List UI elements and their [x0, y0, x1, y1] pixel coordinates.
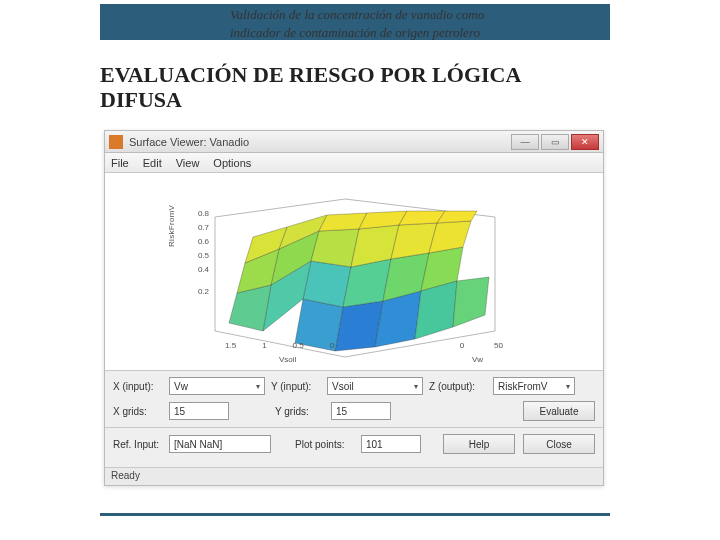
- x-axis-ticks: 1.5 1 0.5 0: [225, 341, 334, 350]
- minimize-button[interactable]: —: [511, 134, 539, 150]
- z-axis-ticks: 0.8 0.7 0.6 0.5 0.4 0.2: [189, 207, 209, 299]
- menu-options[interactable]: Options: [213, 157, 251, 169]
- footer-accent-line: [100, 513, 610, 516]
- x-grids-input[interactable]: 15: [169, 402, 229, 420]
- chevron-down-icon: ▾: [414, 382, 418, 391]
- page-title: EVALUACIÓN DE RIESGO POR LÓGICA DIFUSA: [100, 62, 570, 113]
- y-axis-label: Vw: [472, 355, 483, 364]
- y-grids-label: Y grids:: [275, 406, 327, 417]
- close-button[interactable]: Close: [523, 434, 595, 454]
- z-tick: 0.8: [189, 207, 209, 221]
- chevron-down-icon: ▾: [256, 382, 260, 391]
- header-line-2: indicador de contaminación de origen pet…: [230, 25, 480, 40]
- surface-plot[interactable]: 0.8 0.7 0.6 0.5 0.4 0.2 RiskFromV 1.5 1 …: [105, 173, 603, 371]
- x-grids-value: 15: [174, 406, 185, 417]
- evaluate-button[interactable]: Evaluate: [523, 401, 595, 421]
- close-window-button[interactable]: ✕: [571, 134, 599, 150]
- plot-points-value: 101: [366, 439, 383, 450]
- plot-points-label: Plot points:: [295, 439, 357, 450]
- maximize-button[interactable]: ▭: [541, 134, 569, 150]
- ref-input-field[interactable]: [NaN NaN]: [169, 435, 271, 453]
- surface-viewer-window: Surface Viewer: Vanadio — ▭ ✕ File Edit …: [104, 130, 604, 486]
- y-tick: 50: [494, 341, 503, 350]
- y-grids-value: 15: [336, 406, 347, 417]
- z-tick: 0.7: [189, 221, 209, 235]
- chevron-down-icon: ▾: [566, 382, 570, 391]
- z-output-select[interactable]: RiskFromV▾: [493, 377, 575, 395]
- menu-bar: File Edit View Options: [105, 153, 603, 173]
- evaluate-button-label: Evaluate: [540, 406, 579, 417]
- x-input-value: Vw: [174, 381, 188, 392]
- svg-marker-9: [303, 261, 351, 307]
- menu-edit[interactable]: Edit: [143, 157, 162, 169]
- z-output-label: Z (output):: [429, 381, 489, 392]
- x-tick: 1: [262, 341, 266, 350]
- x-grids-label: X grids:: [113, 406, 165, 417]
- window-title: Surface Viewer: Vanadio: [129, 136, 249, 148]
- ref-input-label: Ref. Input:: [113, 439, 165, 450]
- z-tick: 0.6: [189, 235, 209, 249]
- help-button-label: Help: [469, 439, 490, 450]
- menu-view[interactable]: View: [176, 157, 200, 169]
- x-axis-label: Vsoil: [279, 355, 296, 364]
- status-bar: Ready: [105, 467, 603, 485]
- y-input-value: Vsoil: [332, 381, 354, 392]
- x-tick: 0.5: [293, 341, 304, 350]
- z-tick: 0.2: [189, 285, 209, 299]
- window-titlebar[interactable]: Surface Viewer: Vanadio — ▭ ✕: [105, 131, 603, 153]
- matlab-icon: [109, 135, 123, 149]
- plot-points-input[interactable]: 101: [361, 435, 421, 453]
- x-input-label: X (input):: [113, 381, 165, 392]
- menu-file[interactable]: File: [111, 157, 129, 169]
- z-tick: 0.4: [189, 263, 209, 277]
- z-tick: 0.5: [189, 249, 209, 263]
- svg-marker-25: [453, 277, 489, 327]
- x-tick: 0: [330, 341, 334, 350]
- z-output-value: RiskFromV: [498, 381, 547, 392]
- svg-line-3: [215, 199, 345, 217]
- status-text: Ready: [111, 470, 140, 481]
- header-subtitle: Validación de la concentración de vanadi…: [230, 6, 610, 41]
- ref-input-value: [NaN NaN]: [174, 439, 222, 450]
- y-tick: 0: [460, 341, 464, 350]
- x-input-select[interactable]: Vw▾: [169, 377, 265, 395]
- close-button-label: Close: [546, 439, 572, 450]
- y-axis-ticks: 0 50: [460, 341, 503, 350]
- divider: [105, 427, 603, 428]
- header-line-1: Validación de la concentración de vanadi…: [230, 7, 484, 22]
- controls-panel: X (input): Vw▾ Y (input): Vsoil▾ Z (outp…: [105, 371, 603, 464]
- z-axis-label: RiskFromV: [167, 205, 176, 247]
- svg-marker-15: [311, 229, 359, 267]
- y-grids-input[interactable]: 15: [331, 402, 391, 420]
- help-button[interactable]: Help: [443, 434, 515, 454]
- y-input-label: Y (input):: [271, 381, 323, 392]
- y-input-select[interactable]: Vsoil▾: [327, 377, 423, 395]
- x-tick: 1.5: [225, 341, 236, 350]
